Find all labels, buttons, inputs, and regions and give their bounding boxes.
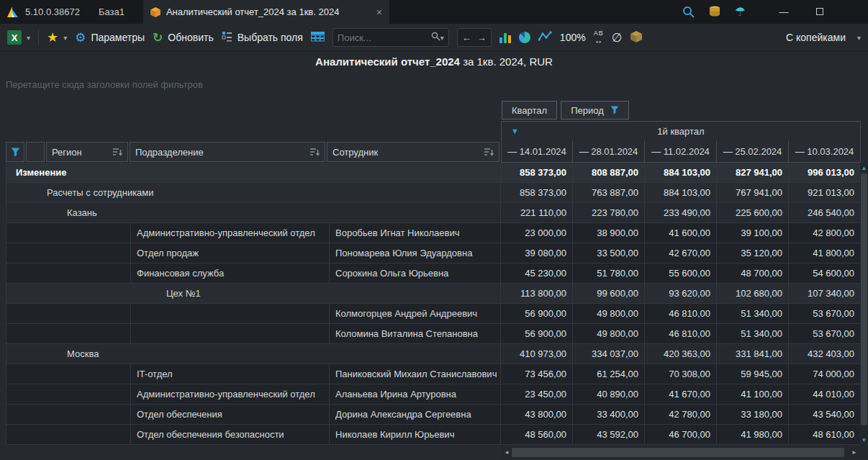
value-cell[interactable]: 73 456,00 [501, 364, 573, 384]
value-cell[interactable]: 43 800,00 [501, 405, 573, 425]
value-cell[interactable]: 55 600,00 [645, 263, 717, 284]
value-cell[interactable]: 61 254,00 [573, 364, 645, 384]
value-cell[interactable]: 767 941,00 [717, 183, 789, 203]
row-indent-cell[interactable] [6, 405, 131, 425]
row-indent-cell[interactable] [6, 304, 131, 324]
row-label-cell[interactable]: Казань [6, 203, 501, 223]
maximize-button[interactable] [809, 6, 831, 17]
prev-result-icon[interactable]: ← [462, 32, 471, 43]
value-cell[interactable]: 246 540,00 [789, 203, 861, 223]
value-cell[interactable]: 35 120,00 [717, 243, 789, 263]
value-cell[interactable]: 233 490,00 [645, 203, 717, 223]
value-cell[interactable]: 43 540,00 [789, 405, 861, 425]
row-label-cell[interactable]: Цех №1 [6, 284, 501, 304]
value-cell[interactable]: 49 800,00 [573, 304, 645, 324]
favorites-caret-icon[interactable]: ▾ [63, 34, 67, 42]
filter-drop-zone[interactable]: Перетащите сюда заголовки полей фильтров [6, 79, 203, 90]
department-cell[interactable]: Отдел обеспечения [131, 405, 330, 425]
search-input[interactable] [338, 32, 431, 43]
value-cell[interactable]: 39 080,00 [501, 243, 573, 263]
value-cell[interactable]: 48 610,00 [789, 425, 861, 445]
table-view-button[interactable] [311, 32, 325, 44]
bar-chart-button[interactable] [499, 32, 511, 43]
favorites-button[interactable]: ★ ▾ [47, 31, 67, 44]
value-cell[interactable]: 44 010,00 [789, 384, 861, 405]
report-tab[interactable]: Аналитический отчет_2024 за 1кв. 2024 × [143, 0, 389, 24]
value-cell[interactable]: 884 103,00 [645, 183, 717, 203]
value-cell[interactable]: 858 373,00 [501, 183, 573, 203]
department-cell[interactable]: Административно-управленческий отдел [131, 384, 330, 405]
value-cell[interactable]: 23 000,00 [501, 223, 573, 243]
row-header-spacer[interactable] [26, 142, 45, 162]
search-options-caret-icon[interactable]: ▾ [440, 34, 444, 42]
value-cell[interactable]: 54 600,00 [789, 263, 861, 284]
column-header-employee[interactable]: Сотрудник [327, 142, 499, 162]
row-indent-cell[interactable] [6, 243, 131, 263]
column-header-region[interactable]: Регион [46, 142, 128, 162]
next-result-icon[interactable]: → [477, 32, 487, 43]
department-cell[interactable] [131, 304, 330, 324]
value-cell[interactable]: 41 800,00 [789, 243, 861, 263]
search-icon[interactable] [431, 31, 440, 44]
global-search-icon[interactable] [682, 6, 695, 18]
value-cell[interactable]: 763 887,00 [573, 183, 645, 203]
umbrella-icon[interactable]: ☂ [735, 6, 746, 18]
column-header-date[interactable]: — 14.01.2024 [501, 141, 573, 163]
value-cell[interactable]: 420 363,00 [645, 344, 717, 364]
department-cell[interactable]: Отдел продаж [131, 243, 330, 263]
department-cell[interactable]: Финансовая служба [131, 263, 330, 284]
employee-cell[interactable]: Сорокина Ольга Юрьевна [330, 263, 501, 284]
value-cell[interactable]: 410 973,00 [501, 344, 573, 364]
value-cell[interactable]: 884 103,00 [645, 163, 717, 183]
value-cell[interactable]: 40 890,00 [573, 384, 645, 405]
value-cell[interactable]: 43 592,00 [573, 425, 645, 445]
field-period[interactable]: Период [561, 101, 629, 119]
department-cell[interactable] [131, 324, 330, 344]
row-label-cell[interactable]: Москва [6, 344, 501, 364]
scroll-left-icon[interactable]: ◄ [502, 446, 512, 459]
column-header-date[interactable]: — 10.03.2024 [789, 141, 861, 163]
line-chart-button[interactable] [538, 31, 552, 44]
employee-cell[interactable]: Паниковский Михаил Станиславович [330, 364, 501, 384]
horizontal-scrollbar[interactable]: ◄ ► [501, 446, 860, 459]
minimize-button[interactable]: — [773, 6, 795, 17]
value-cell[interactable]: 39 100,00 [717, 223, 789, 243]
value-cell[interactable]: 56 900,00 [501, 324, 573, 344]
export-excel-button[interactable]: X ▾ [7, 30, 30, 45]
value-cell[interactable]: 334 037,00 [573, 344, 645, 364]
value-cell[interactable]: 996 013,00 [789, 163, 861, 183]
department-cell[interactable]: Отдел обеспечения безопасности [131, 425, 330, 445]
row-indent-cell[interactable] [6, 223, 131, 243]
row-label-cell[interactable]: Расчеты с сотрудниками [6, 183, 501, 203]
database-icon[interactable] [709, 6, 720, 18]
row-label-cell[interactable]: Изменение [6, 163, 501, 183]
value-cell[interactable]: 49 800,00 [573, 324, 645, 344]
value-cell[interactable]: 858 373,00 [501, 163, 573, 183]
value-cell[interactable]: 59 945,00 [717, 364, 789, 384]
value-cell[interactable]: 48 560,00 [501, 425, 573, 445]
value-cell[interactable]: 41 600,00 [645, 223, 717, 243]
pie-chart-button[interactable] [519, 32, 530, 43]
value-cell[interactable]: 46 810,00 [645, 324, 717, 344]
value-cell[interactable]: 432 403,00 [789, 344, 861, 364]
value-cell[interactable]: 113 800,00 [501, 284, 573, 304]
sort-icon[interactable] [309, 148, 320, 156]
employee-cell[interactable]: Пономарева Юлия Эдуардовна [330, 243, 501, 263]
kopecks-selector[interactable]: С копейками [786, 32, 846, 43]
scroll-right-icon[interactable]: ► [849, 446, 859, 459]
refresh-button[interactable]: ↻ Обновить [153, 32, 214, 44]
value-cell[interactable]: 51 780,00 [573, 263, 645, 284]
value-cell[interactable]: 70 308,00 [645, 364, 717, 384]
field-quarter[interactable]: Квартал [502, 101, 557, 119]
value-cell[interactable]: 223 780,00 [573, 203, 645, 223]
value-cell[interactable]: 46 700,00 [645, 425, 717, 445]
value-cell[interactable]: 331 841,00 [717, 344, 789, 364]
value-cell[interactable]: 33 180,00 [717, 405, 789, 425]
package-button[interactable] [630, 31, 642, 45]
value-cell[interactable]: 51 340,00 [717, 304, 789, 324]
value-cell[interactable]: 48 700,00 [717, 263, 789, 284]
value-cell[interactable]: 41 100,00 [717, 384, 789, 405]
vertical-scrollbar-thumb[interactable] [861, 173, 867, 425]
select-fields-button[interactable]: Выбрать поля [222, 31, 303, 44]
column-header-date[interactable]: — 25.02.2024 [717, 141, 789, 163]
